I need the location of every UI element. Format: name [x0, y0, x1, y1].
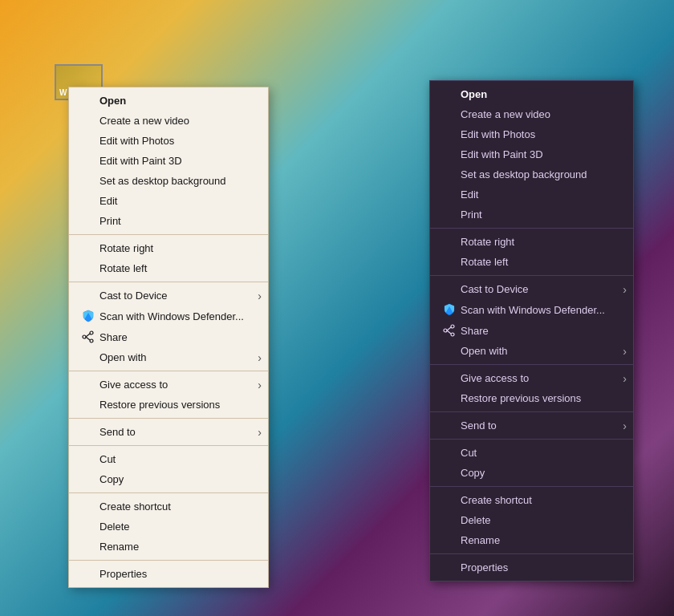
menu-label-delete: Delete — [99, 521, 130, 533]
menu-label-print: Print — [99, 215, 121, 227]
menu-label-print: Print — [461, 209, 482, 221]
menu-item-copy[interactable]: Copy — [69, 469, 268, 489]
menu-item-rename[interactable]: Rename — [430, 530, 633, 550]
menu-label-cast-to-device: Cast to Device — [99, 290, 168, 302]
menu-item-edit[interactable]: Edit — [69, 191, 268, 211]
menu-item-open-with[interactable]: Open with› — [69, 347, 268, 367]
menu-separator — [430, 228, 633, 229]
menu-item-open-with[interactable]: Open with› — [430, 341, 633, 361]
context-menu-dark: OpenCreate a new videoEdit with PhotosEd… — [429, 80, 634, 582]
menu-label-rotate-right: Rotate right — [99, 242, 153, 254]
menu-item-scan-windows-defender[interactable]: Scan with Windows Defender... — [430, 299, 633, 320]
share-icon — [443, 324, 456, 337]
menu-separator — [69, 282, 268, 282]
menu-item-copy[interactable]: Copy — [430, 463, 633, 483]
menu-item-edit[interactable]: Edit — [430, 184, 633, 205]
menu-item-give-access[interactable]: Give access to› — [69, 375, 268, 395]
menu-label-open-with: Open with — [461, 345, 508, 357]
menu-item-print[interactable]: Print — [69, 211, 268, 231]
submenu-arrow-icon: › — [258, 379, 262, 391]
menu-label-open: Open — [461, 88, 487, 100]
menu-label-share: Share — [461, 325, 489, 337]
submenu-arrow-icon: › — [623, 419, 627, 432]
menu-item-open[interactable]: Open — [69, 91, 268, 111]
menu-label-properties: Properties — [99, 568, 147, 580]
menu-separator — [69, 560, 268, 561]
menu-item-share[interactable]: Share — [430, 320, 633, 341]
menu-label-create-shortcut: Create shortcut — [461, 494, 532, 506]
menu-separator — [69, 492, 268, 493]
menu-label-edit-with-paint-3d: Edit with Paint 3D — [99, 155, 182, 167]
submenu-arrow-icon: › — [623, 283, 627, 296]
menu-label-create-new-video: Create a new video — [99, 115, 189, 127]
menu-separator — [69, 445, 268, 446]
svg-line-9 — [447, 330, 451, 334]
menu-item-scan-windows-defender[interactable]: Scan with Windows Defender... — [69, 306, 268, 326]
menu-label-edit-with-paint-3d: Edit with Paint 3D — [461, 148, 543, 160]
menu-label-give-access: Give access to — [461, 372, 529, 384]
menu-label-rename: Rename — [461, 534, 500, 546]
menu-separator — [430, 364, 633, 365]
menu-item-open[interactable]: Open — [430, 84, 633, 104]
context-menu-light: OpenCreate a new videoEdit with PhotosEd… — [68, 87, 269, 588]
menu-item-restore-prev[interactable]: Restore previous versions — [430, 388, 633, 408]
menu-separator — [430, 439, 633, 440]
menu-label-cut: Cut — [99, 453, 116, 465]
menu-item-set-as-desktop-bg[interactable]: Set as desktop background — [69, 171, 268, 191]
menu-item-set-as-desktop-bg[interactable]: Set as desktop background — [430, 164, 633, 184]
menu-item-send-to[interactable]: Send to› — [430, 415, 633, 436]
menu-item-cast-to-device[interactable]: Cast to Device› — [430, 279, 633, 299]
menu-item-rotate-left[interactable]: Rotate left — [430, 252, 633, 272]
menu-item-create-shortcut[interactable]: Create shortcut — [430, 490, 633, 510]
menu-item-properties[interactable]: Properties — [430, 557, 633, 578]
menu-label-open-with: Open with — [99, 351, 147, 363]
menu-separator — [69, 418, 268, 419]
svg-point-5 — [451, 325, 454, 328]
menu-label-set-as-desktop-bg: Set as desktop background — [461, 168, 587, 180]
submenu-arrow-icon: › — [623, 345, 627, 358]
menu-label-edit-with-photos: Edit with Photos — [99, 135, 174, 147]
menu-label-give-access: Give access to — [99, 379, 168, 391]
menu-item-edit-with-photos[interactable]: Edit with Photos — [430, 124, 633, 144]
menu-label-cut: Cut — [461, 447, 477, 459]
menu-item-delete[interactable]: Delete — [69, 517, 268, 537]
menu-label-open: Open — [99, 95, 126, 107]
menu-item-create-new-video[interactable]: Create a new video — [69, 111, 268, 131]
menu-separator — [430, 486, 633, 487]
menu-label-rotate-left: Rotate left — [99, 262, 147, 274]
menu-item-edit-with-photos[interactable]: Edit with Photos — [69, 131, 268, 151]
menu-separator — [69, 234, 268, 235]
menu-item-cut[interactable]: Cut — [430, 443, 633, 463]
svg-point-1 — [90, 339, 93, 342]
menu-separator — [430, 553, 633, 554]
menu-item-edit-with-paint-3d[interactable]: Edit with Paint 3D — [430, 144, 633, 164]
menu-item-rotate-right[interactable]: Rotate right — [69, 238, 268, 258]
menu-label-scan-windows-defender: Scan with Windows Defender... — [99, 310, 244, 322]
menu-item-edit-with-paint-3d[interactable]: Edit with Paint 3D — [69, 151, 268, 171]
menu-item-create-shortcut[interactable]: Create shortcut — [69, 496, 268, 517]
menu-label-send-to: Send to — [99, 426, 136, 438]
share-icon — [82, 330, 95, 343]
menu-label-restore-prev: Restore previous versions — [461, 392, 581, 404]
submenu-arrow-icon: › — [258, 426, 262, 439]
menu-item-properties[interactable]: Properties — [69, 564, 268, 584]
menu-label-edit: Edit — [99, 195, 117, 207]
submenu-arrow-icon: › — [258, 351, 262, 364]
menu-item-restore-prev[interactable]: Restore previous versions — [69, 395, 268, 415]
menu-item-share[interactable]: Share — [69, 326, 268, 347]
menu-item-cut[interactable]: Cut — [69, 449, 268, 469]
menu-item-cast-to-device[interactable]: Cast to Device› — [69, 286, 268, 306]
menu-label-restore-prev: Restore previous versions — [99, 399, 220, 411]
menu-item-rotate-left[interactable]: Rotate left — [69, 258, 268, 278]
menu-label-rename: Rename — [99, 541, 139, 553]
menu-item-send-to[interactable]: Send to› — [69, 422, 268, 442]
menu-item-rotate-right[interactable]: Rotate right — [430, 232, 633, 252]
menu-item-give-access[interactable]: Give access to› — [430, 368, 633, 388]
submenu-arrow-icon: › — [258, 290, 262, 302]
menu-label-create-new-video: Create a new video — [461, 108, 550, 120]
menu-label-share: Share — [99, 331, 128, 343]
menu-item-print[interactable]: Print — [430, 205, 633, 225]
menu-item-create-new-video[interactable]: Create a new video — [430, 104, 633, 124]
menu-item-delete[interactable]: Delete — [430, 510, 633, 530]
menu-item-rename[interactable]: Rename — [69, 537, 268, 557]
